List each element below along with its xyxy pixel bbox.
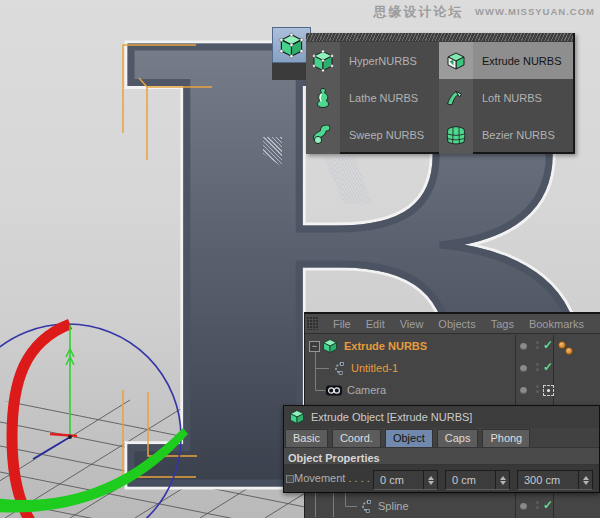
section-header: Object Properties [284, 447, 599, 465]
extrude-nurbs-object-icon [322, 338, 338, 354]
section-title: Object Properties [284, 452, 380, 464]
watermark: 思缘设计论坛 WWW.MISSYUAN.COM [374, 2, 595, 21]
spinner-down-icon[interactable] [500, 481, 506, 485]
object-manager-menubar: File Edit View Objects Tags Bookmarks [305, 314, 600, 334]
render-dots[interactable] [536, 339, 540, 351]
menu-item-label: Loft NURBS [473, 92, 542, 104]
visibility-dot[interactable] [520, 343, 527, 350]
tree-row-extrude-nurbs[interactable]: − Extrude NURBS ✓ [305, 337, 600, 356]
om-menu-tags[interactable]: Tags [491, 318, 514, 330]
tag-dot[interactable] [565, 347, 573, 355]
tree-row-camera[interactable]: Camera [305, 381, 600, 400]
gizmo-y-rotate-band[interactable] [0, 428, 188, 513]
spinner-control[interactable] [578, 471, 592, 489]
menu-item-loft-nurbs[interactable]: Loft NURBS [439, 79, 573, 116]
object-label[interactable]: Extrude NURBS [344, 340, 427, 352]
watermark-site-url: WWW.MISSYUAN.COM [475, 6, 595, 17]
attribute-title-bar[interactable]: Extrude Object [Extrude NURBS] [284, 406, 599, 428]
gizmo-x-rotate-band[interactable] [12, 324, 70, 518]
visibility-dot[interactable] [520, 503, 527, 510]
menu-item-label: Lathe NURBS [340, 92, 418, 104]
movement-x-value[interactable]: 0 cm [374, 474, 423, 486]
om-menu-objects[interactable]: Objects [438, 318, 475, 330]
spline-object-icon [358, 499, 372, 514]
expander-icon[interactable] [286, 475, 294, 483]
spinner-control[interactable] [495, 471, 509, 489]
extrude-nurbs-object-icon [289, 409, 305, 425]
movement-row: Movement . . . . 0 cm 0 cm 300 cm [284, 465, 599, 492]
tab-phong[interactable]: Phong [482, 429, 530, 447]
gizmo-z-axis[interactable] [33, 437, 70, 459]
panel-grip-icon[interactable] [307, 317, 318, 330]
object-label[interactable]: Camera [347, 384, 386, 396]
lathe-nurbs-icon [306, 79, 340, 116]
object-label[interactable]: Spline [378, 500, 409, 512]
menu-item-sweep-nurbs[interactable]: Sweep NURBS [306, 117, 439, 154]
movement-label: Movement . . . . [294, 472, 370, 484]
gizmo-center[interactable] [68, 435, 72, 439]
visibility-dot[interactable] [520, 387, 527, 394]
menu-item-extrude-nurbs[interactable]: Extrude NURBS [439, 42, 573, 79]
sweep-nurbs-icon [306, 117, 340, 154]
om-menu-bookmarks[interactable]: Bookmarks [529, 318, 584, 330]
extrude-nurbs-icon [439, 42, 473, 79]
spinner-up-icon[interactable] [428, 476, 434, 480]
spinner-control[interactable] [423, 471, 437, 489]
spline-object-icon [331, 361, 345, 376]
tab-object[interactable]: Object [385, 429, 433, 447]
gizmo-y-axis[interactable] [66, 325, 74, 437]
movement-x-field[interactable]: 0 cm [373, 470, 438, 490]
active-camera-icon[interactable] [543, 385, 554, 396]
tab-caps[interactable]: Caps [437, 429, 479, 447]
render-dots[interactable] [536, 361, 540, 373]
menu-item-hypernurbs[interactable]: HyperNURBS [306, 42, 439, 79]
menu-item-label: Sweep NURBS [340, 129, 424, 141]
attribute-manager-window: Extrude Object [Extrude NURBS] Basic Coo… [283, 405, 600, 493]
movement-y-value[interactable]: 0 cm [446, 474, 495, 486]
om-menu-view[interactable]: View [400, 318, 424, 330]
hypernurbs-icon [306, 42, 340, 79]
gizmo-x-axis[interactable] [50, 434, 77, 436]
tab-basic[interactable]: Basic [285, 429, 328, 447]
om-menu-file[interactable]: File [333, 318, 351, 330]
bezier-nurbs-icon [439, 117, 473, 154]
spinner-up-icon[interactable] [500, 476, 506, 480]
menu-item-bezier-nurbs[interactable]: Bezier NURBS [439, 117, 573, 154]
tab-coord[interactable]: Coord. [332, 429, 381, 447]
movement-y-field[interactable]: 0 cm [445, 470, 510, 490]
attribute-tabs: Basic Coord. Object Caps Phong [285, 428, 534, 447]
camera-object-icon [326, 384, 342, 397]
menu-drag-grip[interactable] [306, 33, 573, 42]
visibility-dot[interactable] [520, 365, 527, 372]
render-dots[interactable] [536, 383, 540, 395]
hypernurbs-icon [278, 32, 305, 59]
enabled-check-icon[interactable]: ✓ [543, 338, 553, 352]
spinner-up-icon[interactable] [583, 476, 589, 480]
cinema4d-window: B B 思缘设计论坛 WWW.MISSYUAN.COM [0, 0, 600, 518]
tree-row-spline[interactable]: Spline ✓ [305, 497, 600, 516]
spinner-down-icon[interactable] [583, 481, 589, 485]
menu-item-label: Extrude NURBS [473, 55, 561, 67]
nurbs-flyout-menu: HyperNURBS Extrude NURBS [306, 33, 575, 154]
movement-z-field[interactable]: 300 cm [517, 470, 593, 490]
menu-item-lathe-nurbs[interactable]: Lathe NURBS [306, 79, 439, 116]
collapse-icon[interactable]: − [309, 341, 320, 352]
attribute-title: Extrude Object [Extrude NURBS] [311, 411, 472, 423]
watermark-site-name: 思缘设计论坛 [374, 4, 464, 19]
render-dots[interactable] [536, 499, 540, 511]
enabled-check-icon[interactable]: ✓ [543, 498, 553, 512]
loft-nurbs-icon [439, 79, 473, 116]
menu-item-label: Bezier NURBS [473, 129, 555, 141]
om-menu-edit[interactable]: Edit [366, 318, 385, 330]
menu-item-label: HyperNURBS [340, 55, 417, 67]
movement-z-value[interactable]: 300 cm [518, 474, 578, 486]
enabled-check-icon[interactable]: ✓ [543, 360, 553, 374]
object-label[interactable]: Untitled-1 [351, 362, 398, 374]
tree-row-untitled-1[interactable]: Untitled-1 ✓ [305, 359, 600, 378]
spinner-down-icon[interactable] [428, 481, 434, 485]
